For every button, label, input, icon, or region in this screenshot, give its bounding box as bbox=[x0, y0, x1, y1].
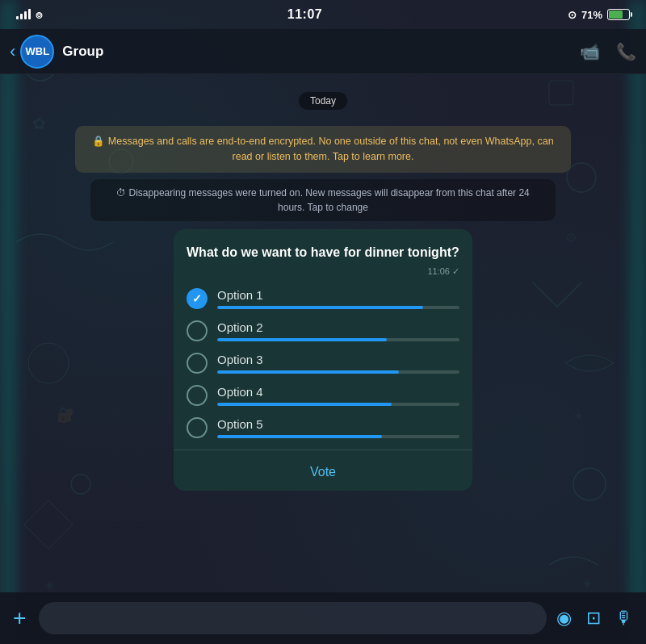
poll-timestamp: 11:06 ✓ bbox=[187, 266, 459, 277]
option-5-content: Option 5 bbox=[217, 417, 459, 438]
vote-button[interactable]: Vote bbox=[187, 454, 459, 491]
option-5-bar-fill bbox=[217, 435, 382, 438]
poll-divider bbox=[174, 450, 472, 450]
option-1-bar-bg bbox=[217, 306, 459, 309]
option-4-content: Option 4 bbox=[217, 385, 459, 406]
message-input[interactable] bbox=[39, 602, 547, 634]
disappearing-text: ⏱ Disappearing messages were turned on. … bbox=[116, 187, 530, 213]
option-2-content: Option 2 bbox=[217, 320, 459, 341]
option-5-bar-bg bbox=[217, 435, 459, 438]
poll-option-2[interactable]: Option 2 bbox=[187, 320, 459, 341]
voice-call-button[interactable]: 📞 bbox=[616, 42, 636, 61]
chat-area: Today 🔒 Messages and calls are end-to-en… bbox=[0, 74, 646, 592]
status-bar: ⌾ 11:07 ⊙ 71% bbox=[0, 0, 646, 29]
back-button[interactable]: ‹ bbox=[10, 41, 15, 62]
chat-info: Group bbox=[62, 44, 580, 60]
bottom-bar: + ◉ ⊡ 🎙 bbox=[0, 592, 646, 644]
add-attachment-button[interactable]: + bbox=[13, 605, 26, 631]
poll-option-3[interactable]: Option 3 bbox=[187, 353, 459, 374]
chat-header: ‹ WBL Group 📹 📞 bbox=[0, 29, 646, 74]
group-name: Group bbox=[62, 44, 580, 60]
encryption-text: 🔒 Messages and calls are end-to-end encr… bbox=[92, 136, 553, 162]
signal-icon bbox=[16, 10, 31, 19]
mic-button[interactable]: 🎙 bbox=[615, 608, 633, 629]
camera-button[interactable]: ⊡ bbox=[586, 608, 601, 629]
avatar-initials: WBL bbox=[26, 45, 50, 57]
poll-card: What do we want to have for dinner tonig… bbox=[174, 229, 472, 491]
option-3-bar-fill bbox=[217, 370, 399, 374]
option-2-label: Option 2 bbox=[217, 320, 459, 334]
disappearing-notice[interactable]: ⏱ Disappearing messages were turned on. … bbox=[90, 179, 556, 221]
option-1-content: Option 1 bbox=[217, 288, 459, 309]
status-left: ⌾ bbox=[16, 8, 42, 21]
option-4-bar-fill bbox=[217, 403, 392, 406]
poll-question: What do we want to have for dinner tonig… bbox=[187, 244, 459, 261]
wifi-icon: ⌾ bbox=[36, 8, 42, 21]
poll-checkmark: ✓ bbox=[452, 266, 459, 276]
video-call-button[interactable]: 📹 bbox=[580, 42, 600, 61]
option-1-label: Option 1 bbox=[217, 288, 459, 302]
option-2-bar-bg bbox=[217, 338, 459, 341]
poll-option-4[interactable]: Option 4 bbox=[187, 385, 459, 406]
radio-option-4[interactable] bbox=[187, 385, 208, 406]
date-badge: Today bbox=[299, 92, 347, 110]
radio-option-1[interactable] bbox=[187, 288, 208, 309]
battery-percent: 71% bbox=[581, 9, 602, 21]
option-4-label: Option 4 bbox=[217, 385, 459, 399]
avatar: WBL bbox=[20, 35, 54, 69]
option-3-bar-bg bbox=[217, 370, 459, 374]
option-1-bar-fill bbox=[217, 306, 423, 309]
bottom-icons: ◉ ⊡ 🎙 bbox=[556, 608, 633, 629]
sticker-button[interactable]: ◉ bbox=[556, 608, 572, 629]
battery-icon bbox=[607, 9, 630, 20]
radio-option-3[interactable] bbox=[187, 353, 208, 374]
option-3-content: Option 3 bbox=[217, 353, 459, 374]
status-time: 11:07 bbox=[287, 7, 322, 22]
lock-icon: ⊙ bbox=[568, 9, 577, 21]
option-4-bar-bg bbox=[217, 403, 459, 406]
status-right: ⊙ 71% bbox=[568, 9, 630, 21]
header-actions: 📹 📞 bbox=[580, 42, 636, 61]
poll-option-1[interactable]: Option 1 bbox=[187, 288, 459, 309]
poll-option-5[interactable]: Option 5 bbox=[187, 417, 459, 438]
radio-option-2[interactable] bbox=[187, 320, 208, 341]
date-divider: Today bbox=[44, 92, 602, 118]
option-3-label: Option 3 bbox=[217, 353, 459, 366]
option-2-bar-fill bbox=[217, 338, 387, 341]
option-5-label: Option 5 bbox=[217, 417, 459, 431]
encryption-notice[interactable]: 🔒 Messages and calls are end-to-end encr… bbox=[75, 126, 571, 173]
radio-option-5[interactable] bbox=[187, 417, 208, 438]
